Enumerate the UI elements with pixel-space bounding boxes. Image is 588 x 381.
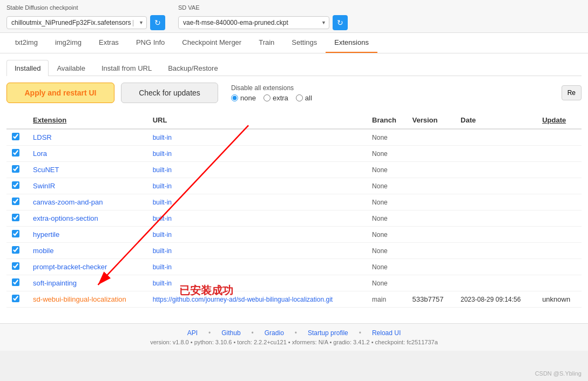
extension-checkbox[interactable] — [12, 181, 19, 189]
col-url: URL — [147, 112, 367, 129]
extension-date — [455, 210, 537, 227]
extension-version — [407, 259, 455, 275]
footer-api-link[interactable]: API — [187, 329, 198, 337]
extension-version — [407, 194, 455, 210]
subtab-install-from-url[interactable]: Install from URL — [93, 60, 160, 76]
tab-txt2img[interactable]: txt2img — [6, 33, 46, 53]
table-row: LDSRbuilt-inNone — [6, 129, 582, 146]
disable-extensions-section: Disable all extensions none extra all — [231, 84, 312, 102]
footer-reload-link[interactable]: Reload UI — [372, 329, 401, 337]
apply-restart-button[interactable]: Apply and restart UI — [6, 83, 114, 103]
extension-checkbox[interactable] — [12, 165, 19, 173]
footer-version: version: v1.8.0 • python: 3.10.6 • torch… — [5, 339, 583, 345]
extension-update — [537, 194, 582, 210]
footer: API • Github • Gradio • Startup profile … — [0, 323, 588, 351]
extension-checkbox[interactable] — [12, 295, 19, 302]
extension-branch: None — [367, 259, 407, 275]
extension-url: built-in — [147, 162, 367, 178]
extension-name: LDSR — [33, 133, 52, 141]
tab-settings[interactable]: Settings — [283, 33, 326, 53]
extension-url: built-in — [147, 243, 367, 259]
extension-version — [407, 178, 455, 194]
tab-train[interactable]: Train — [250, 33, 283, 53]
extension-branch: None — [367, 146, 407, 162]
extension-branch: main — [367, 291, 407, 308]
extension-url: built-in — [147, 210, 367, 227]
extension-date — [455, 178, 537, 194]
extension-checkbox[interactable] — [12, 278, 19, 286]
extension-update — [537, 227, 582, 243]
footer-github-link[interactable]: Github — [221, 329, 240, 337]
table-row: mobilebuilt-inNone — [6, 243, 582, 259]
table-row: hypertilebuilt-inNone — [6, 227, 582, 243]
tab-img2img[interactable]: img2img — [46, 33, 90, 53]
extension-checkbox[interactable] — [12, 198, 19, 205]
extension-date — [455, 146, 537, 162]
footer-startup-link[interactable]: Startup profile — [308, 329, 348, 337]
disable-radio-group: none extra all — [231, 94, 312, 102]
extension-name: Lora — [33, 149, 47, 158]
footer-gradio-link[interactable]: Gradio — [265, 329, 284, 337]
col-extension: Extension — [28, 112, 147, 129]
extension-checkbox[interactable] — [12, 214, 19, 221]
table-row: ScuNETbuilt-inNone — [6, 162, 582, 178]
extension-update — [537, 259, 582, 275]
extension-url: https://github.com/journey-ad/sd-webui-b… — [147, 291, 367, 308]
extension-url: built-in — [147, 275, 367, 291]
extension-url: built-in — [147, 146, 367, 162]
extension-url: built-in — [147, 129, 367, 146]
extension-checkbox[interactable] — [12, 133, 19, 140]
reload-button[interactable]: Re — [562, 85, 582, 100]
checkpoint-refresh-button[interactable]: ↻ — [150, 15, 165, 30]
radio-all[interactable]: all — [296, 94, 312, 102]
extension-name: SwinIR — [33, 182, 55, 190]
extension-checkbox[interactable] — [12, 246, 19, 254]
tab-checkpoint-merger[interactable]: Checkpoint Merger — [173, 33, 250, 53]
main-content: Installed Available Install from URL Bac… — [0, 53, 588, 323]
footer-links: API • Github • Gradio • Startup profile … — [5, 329, 583, 337]
toolbar: Apply and restart UI Check for updates D… — [6, 83, 582, 103]
extension-checkbox[interactable] — [12, 149, 19, 157]
radio-extra[interactable]: extra — [263, 94, 288, 102]
extension-name: mobile — [33, 247, 53, 255]
subtab-available[interactable]: Available — [49, 60, 93, 76]
extension-branch: None — [367, 210, 407, 227]
extension-branch: None — [367, 178, 407, 194]
extension-branch: None — [367, 194, 407, 210]
check-updates-button[interactable]: Check for updates — [121, 83, 218, 103]
extension-branch: None — [367, 227, 407, 243]
tab-extensions[interactable]: Extensions — [326, 33, 377, 53]
subtab-installed[interactable]: Installed — [6, 60, 49, 76]
extension-branch: None — [367, 275, 407, 291]
main-nav: txt2img img2img Extras PNG Info Checkpoi… — [0, 33, 588, 53]
tab-extras[interactable]: Extras — [90, 33, 127, 53]
col-branch: Branch — [367, 112, 407, 129]
extension-checkbox[interactable] — [12, 230, 19, 237]
extension-date — [455, 243, 537, 259]
extension-date — [455, 129, 537, 146]
extension-name: prompt-bracket-checker — [33, 263, 107, 271]
col-version: Version — [407, 112, 455, 129]
extension-version — [407, 162, 455, 178]
extension-name: hypertile — [33, 230, 59, 239]
subtab-backup-restore[interactable]: Backup/Restore — [160, 60, 226, 76]
tab-png-info[interactable]: PNG Info — [127, 33, 173, 53]
extension-name: soft-inpainting — [33, 279, 77, 287]
checkpoint-label: Stable Diffusion checkpoint — [6, 4, 165, 11]
checkpoint-select[interactable]: chilloutmix_NiPrunedFp32Fix.safetensors … — [6, 16, 147, 29]
extension-version — [407, 210, 455, 227]
extension-date — [455, 194, 537, 210]
vae-select[interactable]: vae-ft-mse-840000-ema-pruned.ckpt — [178, 16, 329, 29]
extension-url: built-in — [147, 194, 367, 210]
extension-checkbox[interactable] — [12, 262, 19, 270]
col-date: Date — [455, 112, 537, 129]
table-row: sd-webui-bilingual-localizationhttps://g… — [6, 291, 582, 308]
extension-update — [537, 210, 582, 227]
extension-version: 533b7757 — [407, 291, 455, 308]
extension-date — [455, 259, 537, 275]
radio-none[interactable]: none — [231, 94, 256, 102]
extension-update — [537, 243, 582, 259]
table-row: extra-options-sectionbuilt-inNone — [6, 210, 582, 227]
extension-name: ScuNET — [33, 166, 59, 174]
vae-refresh-button[interactable]: ↻ — [333, 15, 348, 30]
